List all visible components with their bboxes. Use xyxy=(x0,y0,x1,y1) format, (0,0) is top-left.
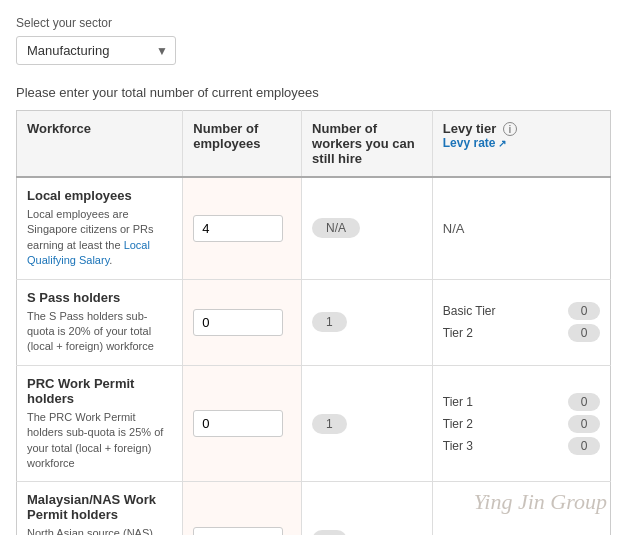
levy-cell-malaysian xyxy=(432,482,610,535)
levy-tier-row: Tier 20 xyxy=(443,324,600,342)
levy-tier-row: Tier 30 xyxy=(443,437,600,455)
workforce-cell-malaysian: Malaysian/NAS Work Permit holdersNorth A… xyxy=(17,482,183,535)
hire-badge-prc: 1 xyxy=(312,414,347,434)
hire-cell-prc: 1 xyxy=(302,365,433,482)
workforce-name-prc: PRC Work Permit holders xyxy=(27,376,172,406)
levy-cell-spass: Basic Tier0Tier 20 xyxy=(432,279,610,365)
col-num-employees: Number of employees xyxy=(183,111,302,178)
employees-input-local[interactable] xyxy=(193,215,283,242)
levy-tier-name: Basic Tier xyxy=(443,304,496,318)
hire-badge-local: N/A xyxy=(312,218,360,238)
hire-badge-malaysian: 6 xyxy=(312,530,347,535)
levy-rate-link[interactable]: Levy rate ↗ xyxy=(443,136,600,150)
levy-tier-name: Tier 2 xyxy=(443,417,473,431)
hire-badge-spass: 1 xyxy=(312,312,347,332)
levy-value-badge: 0 xyxy=(568,324,600,342)
input-cell-spass xyxy=(183,279,302,365)
workforce-table: Workforce Number of employees Number of … xyxy=(16,110,611,535)
table-row: Malaysian/NAS Work Permit holdersNorth A… xyxy=(17,482,611,535)
levy-tier-row: Basic Tier0 xyxy=(443,302,600,320)
lqs-link[interactable]: Local Qualifying Salary xyxy=(27,239,150,266)
employees-subtitle: Please enter your total number of curren… xyxy=(16,85,611,100)
col-still-hire: Number of workers you can still hire xyxy=(302,111,433,178)
input-cell-malaysian xyxy=(183,482,302,535)
employees-input-prc[interactable] xyxy=(193,410,283,437)
table-row: PRC Work Permit holdersThe PRC Work Perm… xyxy=(17,365,611,482)
levy-tier-name: Tier 1 xyxy=(443,395,473,409)
table-row: Local employeesLocal employees are Singa… xyxy=(17,177,611,279)
sector-label: Select your sector xyxy=(16,16,611,30)
levy-na-local: N/A xyxy=(443,221,465,236)
levy-value-badge: 0 xyxy=(568,415,600,433)
levy-tier-row: Tier 20 xyxy=(443,415,600,433)
workforce-cell-local: Local employeesLocal employees are Singa… xyxy=(17,177,183,279)
sector-select[interactable]: Manufacturing Construction Marine Proces… xyxy=(16,36,176,65)
workforce-cell-spass: S Pass holdersThe S Pass holders sub-quo… xyxy=(17,279,183,365)
levy-cell-local: N/A xyxy=(432,177,610,279)
employees-input-spass[interactable] xyxy=(193,309,283,336)
hire-cell-local: N/A xyxy=(302,177,433,279)
levy-value-badge: 0 xyxy=(568,437,600,455)
levy-tier-name: Tier 2 xyxy=(443,326,473,340)
table-row: S Pass holdersThe S Pass holders sub-quo… xyxy=(17,279,611,365)
levy-value-badge: 0 xyxy=(568,302,600,320)
workforce-desc-malaysian: North Asian source (NAS) refers to Taiwa… xyxy=(27,526,172,535)
workforce-desc-local: Local employees are Singapore citizens o… xyxy=(27,207,172,269)
input-cell-prc xyxy=(183,365,302,482)
hire-cell-spass: 1 xyxy=(302,279,433,365)
workforce-name-malaysian: Malaysian/NAS Work Permit holders xyxy=(27,492,172,522)
levy-tier-name: Tier 3 xyxy=(443,439,473,453)
levy-tier-row: Tier 10 xyxy=(443,393,600,411)
table-header-row: Workforce Number of employees Number of … xyxy=(17,111,611,178)
hire-cell-malaysian: 6 xyxy=(302,482,433,535)
workforce-desc-spass: The S Pass holders sub-quota is 20% of y… xyxy=(27,309,172,355)
input-cell-local xyxy=(183,177,302,279)
workforce-cell-prc: PRC Work Permit holdersThe PRC Work Perm… xyxy=(17,365,183,482)
levy-tier-info-icon[interactable]: i xyxy=(503,122,517,136)
workforce-name-local: Local employees xyxy=(27,188,172,203)
external-link-icon: ↗ xyxy=(498,138,506,149)
col-levy-tier: Levy tier i Levy rate ↗ xyxy=(432,111,610,178)
workforce-desc-prc: The PRC Work Permit holders sub-quota is… xyxy=(27,410,172,472)
levy-cell-prc: Tier 10Tier 20Tier 30 xyxy=(432,365,610,482)
levy-value-badge: 0 xyxy=(568,393,600,411)
workforce-name-spass: S Pass holders xyxy=(27,290,172,305)
sector-select-wrapper[interactable]: Manufacturing Construction Marine Proces… xyxy=(16,36,176,65)
employees-input-malaysian[interactable] xyxy=(193,527,283,535)
col-workforce: Workforce xyxy=(17,111,183,178)
